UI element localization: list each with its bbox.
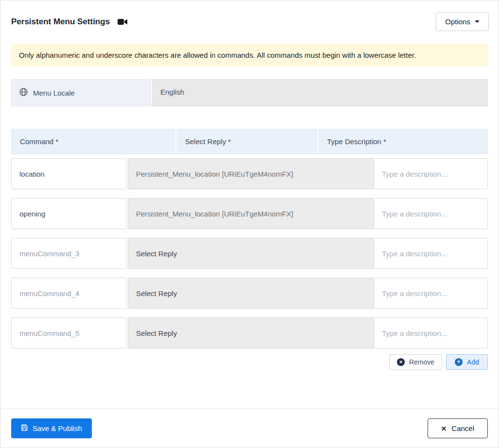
add-circle-icon: +	[455, 358, 463, 366]
column-header-command: Command *	[11, 129, 175, 154]
menu-locale-row: Menu Locale English	[11, 79, 488, 106]
menu-locale-label: Menu Locale	[33, 89, 75, 97]
description-input[interactable]	[374, 238, 487, 268]
remove-circle-icon: ✕	[397, 358, 405, 366]
cancel-button-label: Cancel	[451, 424, 474, 432]
alert-banner: Only alphanumeric and underscore charact…	[11, 44, 488, 66]
reply-select[interactable]: Select Reply	[128, 318, 374, 348]
add-button-label: Add	[467, 358, 479, 366]
table-header: Command * Select Reply * Type Descriptio…	[11, 129, 488, 154]
description-input[interactable]	[374, 199, 487, 229]
table-row: Select Reply	[11, 238, 488, 269]
video-camera-icon[interactable]	[118, 18, 128, 25]
table-row: Persistent_Menu_location [URiEuTgeM4nomF…	[11, 158, 488, 189]
save-publish-label: Save & Publish	[33, 424, 82, 432]
topbar: Persistent Menu Settings Options	[0, 0, 499, 36]
reply-description-group: Select Reply	[128, 278, 488, 309]
menu-locale-label-cell: Menu Locale	[11, 79, 151, 106]
footer: Save & Publish ✕ Cancel	[0, 409, 499, 448]
command-input[interactable]	[11, 317, 127, 348]
close-icon: ✕	[441, 425, 447, 432]
reply-description-group: Persistent_Menu_location [URiEuTgeM4nomF…	[128, 158, 488, 189]
save-publish-button[interactable]: Save & Publish	[11, 418, 92, 438]
description-input[interactable]	[374, 318, 487, 348]
table-row: Persistent_Menu_location [URiEuTgeM4nomF…	[11, 198, 488, 229]
command-input[interactable]	[11, 278, 127, 309]
options-button-label: Options	[445, 17, 470, 26]
page-title: Persistent Menu Settings	[11, 17, 110, 27]
command-input[interactable]	[11, 198, 127, 229]
persistent-menu-settings-page: Persistent Menu Settings Options Only al…	[0, 0, 499, 448]
description-input[interactable]	[374, 159, 487, 189]
chevron-down-icon	[475, 20, 480, 23]
add-row-button[interactable]: + Add	[446, 354, 488, 370]
menu-locale-value[interactable]: English	[152, 79, 488, 106]
reply-select[interactable]: Persistent_Menu_location [URiEuTgeM4nomF…	[128, 199, 374, 229]
table-row: Select Reply	[11, 317, 488, 348]
reply-description-group: Select Reply	[128, 317, 488, 348]
options-button[interactable]: Options	[436, 12, 489, 31]
table-row: Select Reply	[11, 278, 488, 309]
command-input[interactable]	[11, 158, 127, 189]
command-input[interactable]	[11, 238, 127, 269]
description-input[interactable]	[374, 278, 487, 308]
globe-icon	[19, 88, 28, 98]
row-actions: ✕ Remove + Add	[11, 354, 488, 370]
reply-select[interactable]: Select Reply	[128, 238, 374, 268]
column-header-type-description: Type Description *	[318, 129, 488, 154]
remove-row-button[interactable]: ✕ Remove	[389, 354, 442, 370]
reply-description-group: Persistent_Menu_location [URiEuTgeM4nomF…	[128, 198, 488, 229]
column-header-select-reply: Select Reply *	[176, 129, 317, 154]
cancel-button[interactable]: ✕ Cancel	[428, 418, 488, 438]
title-wrap: Persistent Menu Settings	[11, 17, 128, 27]
reply-select[interactable]: Persistent_Menu_location [URiEuTgeM4nomF…	[128, 159, 374, 189]
remove-button-label: Remove	[409, 358, 434, 366]
save-icon	[21, 424, 28, 432]
reply-description-group: Select Reply	[128, 238, 488, 269]
reply-select[interactable]: Select Reply	[128, 278, 374, 308]
